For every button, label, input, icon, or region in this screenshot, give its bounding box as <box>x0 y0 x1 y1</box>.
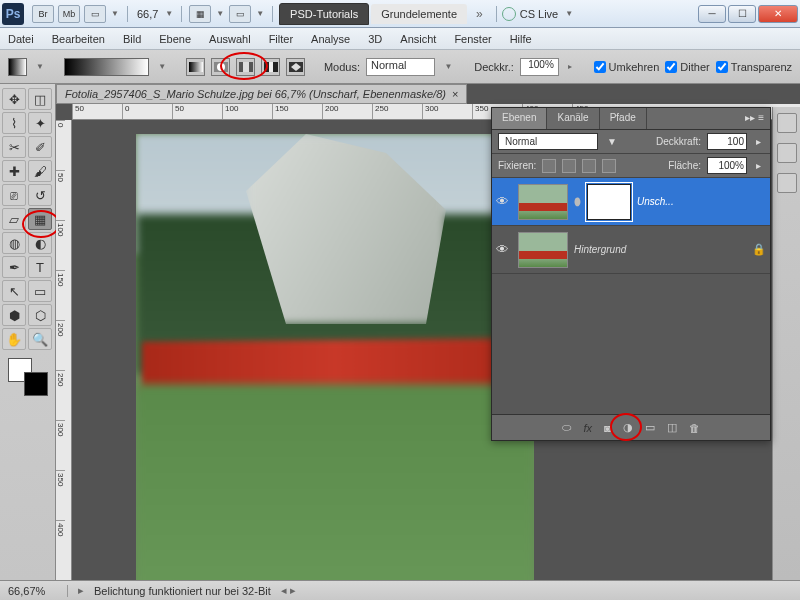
opacity-input[interactable]: 100% <box>520 58 559 76</box>
lock-pixels-icon[interactable] <box>562 159 576 173</box>
panel-icon[interactable] <box>777 173 797 193</box>
lasso-tool[interactable]: ⌇ <box>2 112 26 134</box>
layer-name[interactable]: Unsch... <box>637 196 766 207</box>
layers-empty-area[interactable] <box>492 274 770 414</box>
menu-analysis[interactable]: Analyse <box>311 33 350 45</box>
3d-camera-tool[interactable]: ⬡ <box>28 304 52 326</box>
marquee-tool[interactable]: ◫ <box>28 88 52 110</box>
path-tool[interactable]: ↖ <box>2 280 26 302</box>
gradient-tool-icon[interactable] <box>8 58 27 76</box>
zoom-tool[interactable]: 🔍 <box>28 328 52 350</box>
wand-tool[interactable]: ✦ <box>28 112 52 134</box>
workspace-tab-essentials[interactable]: Grundelemente <box>371 4 467 24</box>
move-tool[interactable]: ✥ <box>2 88 26 110</box>
menu-file[interactable]: Datei <box>8 33 34 45</box>
link-layers-icon[interactable]: ⬭ <box>562 421 571 434</box>
lock-all-icon[interactable] <box>602 159 616 173</box>
dropdown-arrow-icon[interactable]: ▼ <box>213 9 227 18</box>
gradient-diamond-button[interactable] <box>286 58 305 76</box>
new-layer-icon[interactable]: ◫ <box>667 421 677 434</box>
canvas[interactable] <box>136 134 534 600</box>
history-brush-tool[interactable]: ↺ <box>28 184 52 206</box>
fx-icon[interactable]: fx <box>583 422 592 434</box>
menu-view[interactable]: Ansicht <box>400 33 436 45</box>
view-extras-button[interactable]: ▦ <box>189 5 211 23</box>
blend-mode-select[interactable]: Normal <box>498 133 598 150</box>
chevron-icon[interactable]: » <box>468 7 491 21</box>
background-color[interactable] <box>24 372 48 396</box>
bridge-button[interactable]: Br <box>32 5 54 23</box>
gradient-radial-button[interactable] <box>211 58 230 76</box>
layer-row[interactable]: 👁 Hintergrund 🔒 <box>492 226 770 274</box>
menu-window[interactable]: Fenster <box>454 33 491 45</box>
document-tab[interactable]: Fotolia_2957406_S_Mario Schulze.jpg bei … <box>56 84 467 104</box>
hand-tool[interactable]: ✋ <box>2 328 26 350</box>
brush-tool[interactable]: 🖌 <box>28 160 52 182</box>
gradient-tool[interactable]: ▦ <box>28 208 52 230</box>
dither-checkbox[interactable]: Dither <box>665 61 709 73</box>
pen-tool[interactable]: ✒ <box>2 256 26 278</box>
workspace-tab-tutorials[interactable]: PSD-Tutorials <box>279 3 369 25</box>
layer-thumbnail[interactable] <box>518 232 568 268</box>
link-icon[interactable]: ⬮ <box>574 195 581 208</box>
3d-tool[interactable]: ⬢ <box>2 304 26 326</box>
heal-tool[interactable]: ✚ <box>2 160 26 182</box>
delete-icon[interactable]: 🗑 <box>689 422 700 434</box>
eyedropper-tool[interactable]: ✐ <box>28 136 52 158</box>
blend-mode-select[interactable]: Normal <box>366 58 435 76</box>
layer-mask-thumbnail[interactable] <box>587 184 631 220</box>
menu-edit[interactable]: Bearbeiten <box>52 33 105 45</box>
tab-channels[interactable]: Kanäle <box>547 108 599 129</box>
panel-icon[interactable] <box>777 143 797 163</box>
fill-input[interactable]: 100% <box>707 157 747 174</box>
opacity-input[interactable]: 100 <box>707 133 747 150</box>
lock-position-icon[interactable] <box>582 159 596 173</box>
cslive-button[interactable]: CS Live ▼ <box>502 7 576 21</box>
gradient-linear-button[interactable] <box>186 58 205 76</box>
visibility-icon[interactable]: 👁 <box>496 242 512 258</box>
stamp-tool[interactable]: ⎚ <box>2 184 26 206</box>
group-icon[interactable]: ▭ <box>645 421 655 434</box>
zoom-level[interactable]: 66,7 <box>133 8 162 20</box>
tab-layers[interactable]: Ebenen <box>492 108 547 129</box>
gradient-angle-button[interactable] <box>236 58 255 76</box>
tab-paths[interactable]: Pfade <box>600 108 647 129</box>
maximize-button[interactable]: ☐ <box>728 5 756 23</box>
eraser-tool[interactable]: ▱ <box>2 208 26 230</box>
close-icon[interactable]: × <box>452 88 458 100</box>
dropdown-arrow-icon[interactable]: ▼ <box>162 9 176 18</box>
ruler-vertical[interactable]: 050100150200250300350400 <box>56 120 72 580</box>
dropdown-arrow-icon[interactable]: ▼ <box>108 9 122 18</box>
lock-transparent-icon[interactable] <box>542 159 556 173</box>
shape-tool[interactable]: ▭ <box>28 280 52 302</box>
layer-name[interactable]: Hintergrund <box>574 244 746 255</box>
dodge-tool[interactable]: ◐ <box>28 232 52 254</box>
status-zoom[interactable]: 66,67% <box>8 585 68 597</box>
menu-layer[interactable]: Ebene <box>159 33 191 45</box>
gradient-picker[interactable] <box>64 58 149 76</box>
screenmode-button[interactable]: ▭ <box>229 5 251 23</box>
type-tool[interactable]: T <box>28 256 52 278</box>
layer-thumbnail[interactable] <box>518 184 568 220</box>
menu-image[interactable]: Bild <box>123 33 141 45</box>
minibridge-button[interactable]: Mb <box>58 5 80 23</box>
menu-3d[interactable]: 3D <box>368 33 382 45</box>
panel-icon[interactable] <box>777 113 797 133</box>
panel-menu-icon[interactable]: ▸▸ ≡ <box>739 108 770 129</box>
close-button[interactable]: ✕ <box>758 5 798 23</box>
gradient-reflected-button[interactable] <box>261 58 280 76</box>
menu-filter[interactable]: Filter <box>269 33 293 45</box>
add-mask-icon[interactable]: ◙ <box>604 422 611 434</box>
crop-tool[interactable]: ✂ <box>2 136 26 158</box>
dropdown-arrow-icon[interactable]: ▼ <box>253 9 267 18</box>
blur-tool[interactable]: ◍ <box>2 232 26 254</box>
menu-select[interactable]: Auswahl <box>209 33 251 45</box>
adjustment-icon[interactable]: ◑ <box>623 421 633 434</box>
layer-row[interactable]: 👁 ⬮ Unsch... <box>492 178 770 226</box>
color-swatches[interactable] <box>8 358 48 396</box>
minimize-button[interactable]: ─ <box>698 5 726 23</box>
docpanel-button[interactable]: ▭ <box>84 5 106 23</box>
visibility-icon[interactable]: 👁 <box>496 194 512 210</box>
reverse-checkbox[interactable]: Umkehren <box>594 61 660 73</box>
transparency-checkbox[interactable]: Transparenz <box>716 61 792 73</box>
